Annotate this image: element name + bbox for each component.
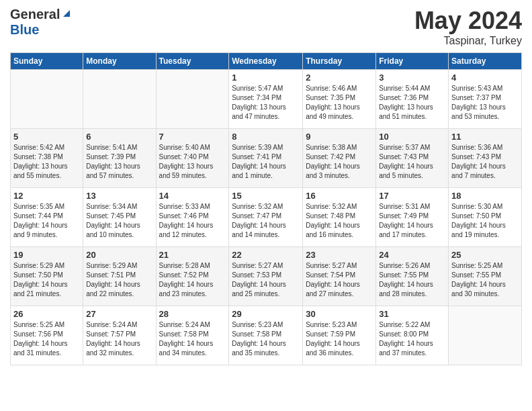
calendar-week-1: 1Sunrise: 5:47 AM Sunset: 7:34 PM Daylig…: [11, 70, 522, 129]
day-number: 31: [379, 309, 445, 319]
day-info: Sunrise: 5:32 AM Sunset: 7:47 PM Dayligh…: [232, 202, 300, 240]
day-info: Sunrise: 5:24 AM Sunset: 7:57 PM Dayligh…: [86, 320, 152, 358]
day-info: Sunrise: 5:33 AM Sunset: 7:46 PM Dayligh…: [159, 202, 226, 240]
day-number: 10: [379, 132, 445, 142]
calendar-cell: 17Sunrise: 5:31 AM Sunset: 7:49 PM Dayli…: [376, 188, 449, 247]
day-info: Sunrise: 5:44 AM Sunset: 7:36 PM Dayligh…: [379, 84, 445, 122]
calendar-cell: [83, 70, 156, 129]
day-number: 9: [306, 132, 373, 142]
day-number: 11: [451, 132, 519, 142]
calendar-cell: 19Sunrise: 5:29 AM Sunset: 7:50 PM Dayli…: [11, 247, 83, 306]
day-info: Sunrise: 5:38 AM Sunset: 7:42 PM Dayligh…: [306, 143, 373, 181]
header-wednesday: Wednesday: [229, 53, 303, 70]
day-number: 25: [451, 250, 519, 260]
calendar-cell: 9Sunrise: 5:38 AM Sunset: 7:42 PM Daylig…: [303, 129, 376, 188]
day-number: 8: [232, 132, 300, 142]
day-number: 14: [159, 191, 226, 201]
day-info: Sunrise: 5:25 AM Sunset: 7:55 PM Dayligh…: [451, 261, 519, 299]
day-info: Sunrise: 5:47 AM Sunset: 7:34 PM Dayligh…: [232, 84, 300, 122]
calendar-cell: 18Sunrise: 5:30 AM Sunset: 7:50 PM Dayli…: [449, 188, 522, 247]
day-info: Sunrise: 5:27 AM Sunset: 7:53 PM Dayligh…: [232, 261, 300, 299]
day-info: Sunrise: 5:32 AM Sunset: 7:48 PM Dayligh…: [306, 202, 373, 240]
day-info: Sunrise: 5:35 AM Sunset: 7:44 PM Dayligh…: [13, 202, 80, 240]
calendar-cell: 11Sunrise: 5:36 AM Sunset: 7:43 PM Dayli…: [449, 129, 522, 188]
day-number: 7: [159, 132, 226, 142]
day-number: 30: [306, 309, 373, 319]
weekday-header-row: Sunday Monday Tuesday Wednesday Thursday…: [11, 53, 522, 70]
day-info: Sunrise: 5:22 AM Sunset: 8:00 PM Dayligh…: [379, 320, 445, 358]
day-number: 24: [379, 250, 445, 260]
calendar-cell: 15Sunrise: 5:32 AM Sunset: 7:47 PM Dayli…: [229, 188, 303, 247]
day-info: Sunrise: 5:31 AM Sunset: 7:49 PM Dayligh…: [379, 202, 445, 240]
day-info: Sunrise: 5:24 AM Sunset: 7:58 PM Dayligh…: [159, 320, 226, 358]
calendar-week-3: 12Sunrise: 5:35 AM Sunset: 7:44 PM Dayli…: [11, 188, 522, 247]
day-number: 2: [306, 73, 373, 83]
header-friday: Friday: [376, 53, 449, 70]
calendar-cell: 24Sunrise: 5:26 AM Sunset: 7:55 PM Dayli…: [376, 247, 449, 306]
day-info: Sunrise: 5:25 AM Sunset: 7:56 PM Dayligh…: [13, 320, 80, 358]
day-number: 21: [159, 250, 226, 260]
day-info: Sunrise: 5:27 AM Sunset: 7:54 PM Dayligh…: [306, 261, 373, 299]
day-info: Sunrise: 5:28 AM Sunset: 7:52 PM Dayligh…: [159, 261, 226, 299]
day-number: 15: [232, 191, 300, 201]
day-info: Sunrise: 5:36 AM Sunset: 7:43 PM Dayligh…: [451, 143, 519, 181]
day-info: Sunrise: 5:34 AM Sunset: 7:45 PM Dayligh…: [86, 202, 152, 240]
calendar-cell: 2Sunrise: 5:46 AM Sunset: 7:35 PM Daylig…: [303, 70, 376, 129]
calendar-cell: 31Sunrise: 5:22 AM Sunset: 8:00 PM Dayli…: [376, 306, 449, 365]
day-number: 4: [451, 73, 519, 83]
day-number: 18: [451, 191, 519, 201]
calendar-cell: 23Sunrise: 5:27 AM Sunset: 7:54 PM Dayli…: [303, 247, 376, 306]
calendar-cell: 14Sunrise: 5:33 AM Sunset: 7:46 PM Dayli…: [156, 188, 229, 247]
calendar-cell: 3Sunrise: 5:44 AM Sunset: 7:36 PM Daylig…: [376, 70, 449, 129]
calendar-cell: 25Sunrise: 5:25 AM Sunset: 7:55 PM Dayli…: [449, 247, 522, 306]
calendar-cell: 8Sunrise: 5:39 AM Sunset: 7:41 PM Daylig…: [229, 129, 303, 188]
calendar-header: General Blue May 2024 Taspinar, Turkey: [10, 7, 522, 47]
calendar-cell: 28Sunrise: 5:24 AM Sunset: 7:58 PM Dayli…: [156, 306, 229, 365]
day-number: 13: [86, 191, 152, 201]
calendar-cell: 21Sunrise: 5:28 AM Sunset: 7:52 PM Dayli…: [156, 247, 229, 306]
day-info: Sunrise: 5:30 AM Sunset: 7:50 PM Dayligh…: [451, 202, 519, 240]
calendar-week-2: 5Sunrise: 5:42 AM Sunset: 7:38 PM Daylig…: [11, 129, 522, 188]
day-number: 20: [86, 250, 152, 260]
calendar-week-4: 19Sunrise: 5:29 AM Sunset: 7:50 PM Dayli…: [11, 247, 522, 306]
day-info: Sunrise: 5:41 AM Sunset: 7:39 PM Dayligh…: [86, 143, 152, 181]
day-info: Sunrise: 5:29 AM Sunset: 7:50 PM Dayligh…: [13, 261, 80, 299]
calendar-table: Sunday Monday Tuesday Wednesday Thursday…: [10, 52, 522, 365]
calendar-cell: 1Sunrise: 5:47 AM Sunset: 7:34 PM Daylig…: [229, 70, 303, 129]
day-info: Sunrise: 5:39 AM Sunset: 7:41 PM Dayligh…: [232, 143, 300, 181]
svg-marker-0: [63, 10, 70, 17]
day-number: 19: [13, 250, 80, 260]
calendar-title: May 2024: [414, 7, 522, 35]
logo-triangle-icon: [60, 7, 73, 19]
day-number: 29: [232, 309, 300, 319]
day-number: 12: [13, 191, 80, 201]
day-info: Sunrise: 5:29 AM Sunset: 7:51 PM Dayligh…: [86, 261, 152, 299]
calendar-cell: 20Sunrise: 5:29 AM Sunset: 7:51 PM Dayli…: [83, 247, 156, 306]
day-info: Sunrise: 5:23 AM Sunset: 7:59 PM Dayligh…: [306, 320, 373, 358]
day-info: Sunrise: 5:43 AM Sunset: 7:37 PM Dayligh…: [451, 84, 519, 122]
day-number: 6: [86, 132, 152, 142]
calendar-location: Taspinar, Turkey: [414, 35, 522, 47]
calendar-cell: 12Sunrise: 5:35 AM Sunset: 7:44 PM Dayli…: [11, 188, 83, 247]
calendar-cell: 30Sunrise: 5:23 AM Sunset: 7:59 PM Dayli…: [303, 306, 376, 365]
calendar-cell: 27Sunrise: 5:24 AM Sunset: 7:57 PM Dayli…: [83, 306, 156, 365]
calendar-cell: 26Sunrise: 5:25 AM Sunset: 7:56 PM Dayli…: [11, 306, 83, 365]
calendar-cell: 16Sunrise: 5:32 AM Sunset: 7:48 PM Dayli…: [303, 188, 376, 247]
day-number: 22: [232, 250, 300, 260]
calendar-cell: [156, 70, 229, 129]
day-number: 26: [13, 309, 80, 319]
calendar-container: General Blue May 2024 Taspinar, Turkey S…: [0, 0, 532, 372]
day-number: 27: [86, 309, 152, 319]
day-info: Sunrise: 5:46 AM Sunset: 7:35 PM Dayligh…: [306, 84, 373, 122]
day-info: Sunrise: 5:23 AM Sunset: 7:58 PM Dayligh…: [232, 320, 300, 358]
day-number: 3: [379, 73, 445, 83]
day-number: 5: [13, 132, 80, 142]
header-tuesday: Tuesday: [156, 53, 229, 70]
calendar-cell: 29Sunrise: 5:23 AM Sunset: 7:58 PM Dayli…: [229, 306, 303, 365]
calendar-cell: 6Sunrise: 5:41 AM Sunset: 7:39 PM Daylig…: [83, 129, 156, 188]
day-number: 23: [306, 250, 373, 260]
day-number: 1: [232, 73, 300, 83]
day-number: 16: [306, 191, 373, 201]
calendar-cell: 10Sunrise: 5:37 AM Sunset: 7:43 PM Dayli…: [376, 129, 449, 188]
calendar-cell: [11, 70, 83, 129]
